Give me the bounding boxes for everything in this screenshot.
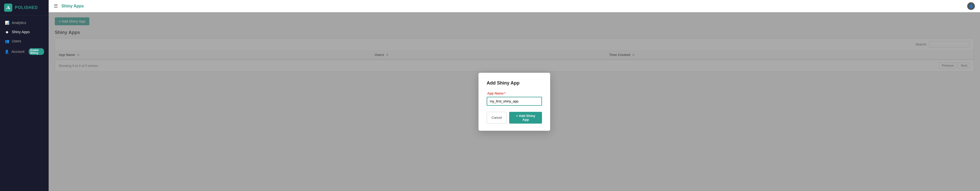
sidebar-item-analytics-label: Analytics — [12, 21, 26, 25]
users-icon: 👥 — [5, 39, 9, 43]
sidebar-item-users[interactable]: 👥 Users — [0, 36, 49, 46]
cancel-button[interactable]: Cancel — [487, 112, 507, 123]
sidebar-item-shiny-apps[interactable]: ◆ Shiny Apps — [0, 27, 49, 36]
modal-field-label: App Name* — [487, 92, 542, 95]
topbar-title: Shiny Apps — [62, 4, 84, 8]
sidebar-item-account-label: Account — [11, 49, 25, 54]
account-icon: 👤 — [5, 49, 9, 54]
sidebar-logo: POLISHED — [0, 0, 49, 16]
main-content: ☰ Shiny Apps 👤 + Add Shiny App Shiny App… — [49, 0, 980, 191]
sidebar: POLISHED 📊 Analytics ◆ Shiny Apps 👥 User… — [0, 0, 49, 191]
svg-rect-1 — [8, 7, 8, 9]
brand-name: POLISHED — [15, 5, 38, 10]
topbar: ☰ Shiny Apps 👤 — [49, 0, 980, 12]
shiny-apps-icon: ◆ — [5, 30, 9, 34]
app-name-input[interactable] — [487, 97, 542, 106]
avatar[interactable]: 👤 — [967, 2, 975, 10]
modal-actions: Cancel + Add Shiny App — [487, 112, 542, 123]
logo-icon — [4, 3, 12, 12]
sidebar-item-account[interactable]: 👤 Account Enable Billing — [0, 46, 49, 57]
sidebar-item-users-label: Users — [12, 39, 21, 43]
modal-overlay: Add Shiny App App Name* Cancel + Add Shi… — [49, 12, 980, 191]
analytics-icon: 📊 — [5, 21, 9, 25]
modal-add-shiny-app-button[interactable]: + Add Shiny App — [509, 112, 542, 123]
sidebar-item-shiny-apps-label: Shiny Apps — [12, 30, 30, 34]
modal-title: Add Shiny App — [487, 81, 542, 86]
page-content: + Add Shiny App Shiny Apps Search: App N… — [49, 12, 980, 191]
topbar-left: ☰ Shiny Apps — [54, 3, 84, 9]
menu-toggle-icon[interactable]: ☰ — [54, 3, 58, 9]
sidebar-item-analytics[interactable]: 📊 Analytics — [0, 18, 49, 27]
avatar-icon: 👤 — [969, 4, 974, 8]
add-shiny-app-modal: Add Shiny App App Name* Cancel + Add Shi… — [479, 73, 550, 131]
sidebar-nav: 📊 Analytics ◆ Shiny Apps 👥 Users 👤 Accou… — [0, 16, 49, 191]
enable-billing-badge[interactable]: Enable Billing — [29, 48, 44, 55]
